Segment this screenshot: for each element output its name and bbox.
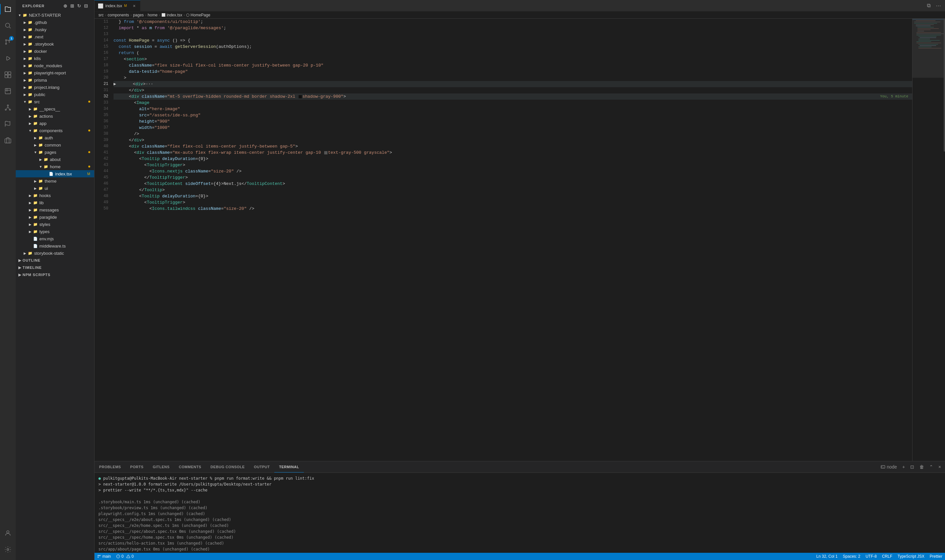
folder-project-inlang[interactable]: ▶ 📁 project.inlang [16, 84, 94, 91]
new-terminal-btn[interactable]: node [879, 463, 898, 471]
line-numbers: 11 12 13 14 15 16 17 18 19 20 21 31 32 3… [94, 19, 111, 461]
folder-husky[interactable]: ▶ 📁 .husky [16, 26, 94, 33]
svg-rect-26 [916, 35, 941, 35]
terminal-line-prompt: ● pulkitgupta@Pulkits-MacBook-Air next-s… [99, 475, 941, 481]
code-lines[interactable]: } from '@/components/ui/tooltip'; import… [111, 19, 912, 461]
folder-components[interactable]: ▼ 📁 components [16, 127, 94, 134]
svg-rect-33 [919, 44, 938, 45]
project-root[interactable]: ▼ 📁 NEXT-STARTER [16, 11, 94, 19]
tab-output[interactable]: OUTPUT [250, 461, 274, 472]
trash-terminal-btn[interactable]: 🗑 [918, 463, 925, 471]
activity-bar-top: 1 [0, 0, 16, 525]
folder-auth[interactable]: ▶ 📁 auth [16, 134, 94, 141]
tab-problems[interactable]: PROBLEMS [94, 461, 126, 472]
breadcrumb-symbol[interactable]: ⬡ HomePage [186, 13, 210, 17]
folder-lib[interactable]: ▶ 📁 lib [16, 199, 94, 206]
status-encoding[interactable]: UTF-8 [863, 553, 879, 560]
tab-index-tsx[interactable]: ⬜ index.tsx M × [94, 0, 140, 11]
git-graph-icon[interactable] [0, 100, 16, 115]
folder-next[interactable]: ▶ 📁 .next [16, 33, 94, 40]
testing-icon[interactable] [0, 83, 16, 99]
remote-icon[interactable] [0, 132, 16, 148]
folder-actions[interactable]: ▶ 📁 actions [16, 112, 94, 120]
folder-github[interactable]: ▶ 📁 .github [16, 19, 94, 26]
folder-node-modules[interactable]: ▶ 📁 node_modules [16, 62, 94, 69]
run-debug-icon[interactable] [0, 51, 16, 66]
folder-src[interactable]: ▼ 📁 src [16, 98, 94, 105]
folder-styles[interactable]: ▶ 📁 styles [16, 221, 94, 228]
status-language[interactable]: TypeScript JSX [895, 553, 927, 560]
folder-hooks[interactable]: ▶ 📁 hooks [16, 192, 94, 199]
folder-prisma[interactable]: ▶ 📁 prisma [16, 76, 94, 84]
split-terminal-btn[interactable]: ⊡ [909, 463, 916, 471]
timeline-section[interactable]: ▶ TIMELINE [16, 264, 94, 271]
accounts-icon[interactable] [0, 525, 16, 541]
terminal-area[interactable]: ● pulkitgupta@Pulkits-MacBook-Air next-s… [94, 473, 945, 553]
folder-storybook[interactable]: ▶ 📁 .storybook [16, 40, 94, 48]
search-icon[interactable] [0, 18, 16, 34]
code-line-13 [114, 31, 912, 37]
outline-section[interactable]: ▶ OUTLINE [16, 257, 94, 264]
folder-pages[interactable]: ▼ 📁 pages [16, 149, 94, 156]
collapse-btn[interactable]: ⊟ [83, 3, 89, 9]
explorer-icon[interactable] [0, 1, 16, 17]
folder-playwright[interactable]: ▶ 📁 playwright-report [16, 69, 94, 76]
split-editor-btn[interactable]: ⧉ [926, 1, 932, 10]
folder-common[interactable]: ▶ 📁 common [16, 141, 94, 149]
svg-rect-4 [5, 72, 8, 74]
folder-about[interactable]: ▶ 📁 about [16, 156, 94, 163]
folder-storybook-static[interactable]: ▶ 📁 storybook-static [16, 249, 94, 257]
file-env-mjs[interactable]: 📄 env.mjs [16, 235, 94, 242]
folder-docker[interactable]: ▶ 📁 docker [16, 48, 94, 55]
breadcrumb-components[interactable]: components [108, 13, 129, 17]
folder-types[interactable]: ▶ 📁 types [16, 228, 94, 235]
file-middleware-ts[interactable]: 📄 middleware.ts [16, 242, 94, 249]
svg-rect-30 [919, 40, 940, 41]
breadcrumb-src[interactable]: src [99, 13, 104, 17]
folder-k8s[interactable]: ▶ 📁 k8s [16, 55, 94, 62]
breadcrumb-file[interactable]: index.tsx [167, 13, 182, 17]
breadcrumb-home[interactable]: home [148, 13, 157, 17]
source-control-icon[interactable]: 1 [0, 34, 16, 50]
svg-rect-35 [919, 46, 931, 47]
status-spaces[interactable]: Spaces: 2 [840, 553, 863, 560]
new-file-btn[interactable]: ⊕ [63, 3, 68, 9]
status-errors[interactable]: 0 0 [114, 553, 136, 560]
folder-paraglide[interactable]: ▶ 📁 paraglide [16, 214, 94, 221]
folder-ui[interactable]: ▶ 📁 ui [16, 185, 94, 192]
svg-rect-6 [5, 75, 8, 78]
folder-theme[interactable]: ▶ 📁 theme [16, 177, 94, 185]
status-formatter[interactable]: Prettier [927, 553, 945, 560]
settings-icon[interactable] [0, 542, 16, 557]
folder-app[interactable]: ▶ 📁 app [16, 120, 94, 127]
folder-messages[interactable]: ▶ 📁 messages [16, 206, 94, 214]
close-panel-btn[interactable]: × [937, 463, 942, 471]
maximize-panel-btn[interactable]: ⌃ [928, 463, 934, 471]
breadcrumb: src › components › pages › home › ⬜ inde… [94, 11, 945, 19]
tab-debug-console[interactable]: DEBUG CONSOLE [206, 461, 250, 472]
deploy-icon[interactable] [0, 116, 16, 132]
components-icon: 📁 [33, 128, 38, 133]
breadcrumb-pages[interactable]: pages [133, 13, 144, 17]
folder-home[interactable]: ▼ 📁 home [16, 163, 94, 170]
add-terminal-btn[interactable]: + [901, 463, 906, 471]
more-tabs-btn[interactable]: ⋯ [934, 1, 942, 10]
status-eol[interactable]: CRLF [879, 553, 895, 560]
code-line-36: height="900" [114, 118, 912, 125]
tab-gitlens[interactable]: GITLENS [148, 461, 174, 472]
new-folder-btn[interactable]: ⊞ [69, 3, 75, 9]
tab-comments[interactable]: COMMENTS [174, 461, 206, 472]
status-ln-col[interactable]: Ln 32, Col 1 [814, 553, 840, 560]
file-index-tsx[interactable]: 📄 index.tsx M [16, 170, 94, 177]
folder-public[interactable]: ▶ 📁 public [16, 91, 94, 98]
npm-scripts-section[interactable]: ▶ NPM SCRIPTS [16, 271, 94, 278]
status-branch[interactable]: main [94, 553, 114, 560]
refresh-btn[interactable]: ↻ [76, 3, 82, 9]
tab-terminal[interactable]: TERMINAL [274, 461, 304, 472]
extensions-icon[interactable] [0, 67, 16, 83]
tab-close-btn[interactable]: × [132, 3, 137, 9]
svg-point-39 [98, 557, 99, 558]
code-line-14: const HomePage = async () => { [114, 37, 912, 44]
folder-specs[interactable]: ▶ 📁 __specs__ [16, 105, 94, 112]
tab-ports[interactable]: PORTS [126, 461, 148, 472]
